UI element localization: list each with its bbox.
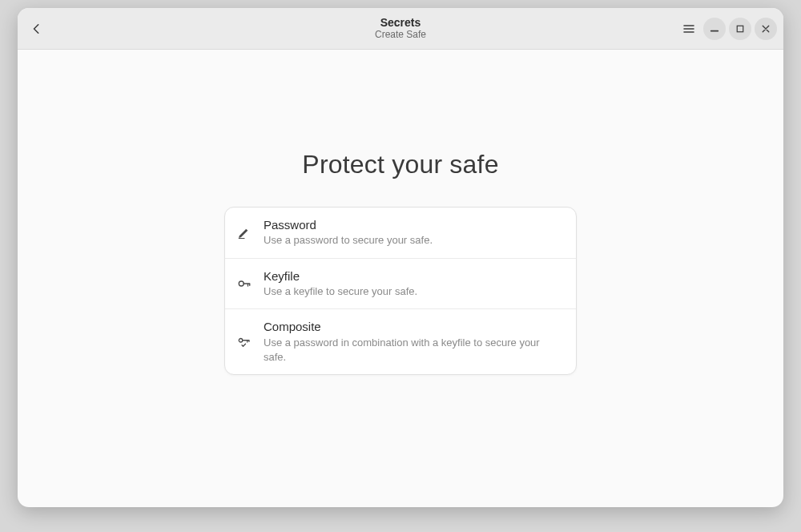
- option-keyfile-desc: Use a keyfile to secure your safe.: [264, 284, 565, 299]
- close-button[interactable]: [755, 18, 777, 40]
- menu-button[interactable]: [678, 18, 700, 40]
- composite-icon: [236, 334, 252, 350]
- page-heading: Protect your safe: [302, 150, 498, 179]
- option-composite[interactable]: Composite Use a password in combination …: [225, 308, 576, 374]
- chevron-left-icon: [31, 23, 42, 34]
- svg-point-2: [239, 338, 243, 342]
- minimize-button[interactable]: [703, 18, 726, 40]
- maximize-button[interactable]: [729, 18, 751, 40]
- headerbar-right: [678, 18, 777, 40]
- protection-option-list: Password Use a password to secure your s…: [224, 207, 577, 375]
- option-composite-desc: Use a password in combination with a key…: [264, 336, 565, 365]
- headerbar-left: [24, 16, 50, 42]
- svg-rect-0: [737, 26, 743, 32]
- maximize-icon: [735, 24, 745, 34]
- close-icon: [761, 24, 771, 34]
- key-icon: [236, 276, 252, 292]
- option-composite-title: Composite: [264, 319, 565, 335]
- option-password-title: Password: [264, 217, 565, 233]
- option-composite-text: Composite Use a password in combination …: [264, 319, 565, 365]
- headerbar-center: Secrets Create Safe: [18, 16, 783, 41]
- pencil-icon: [236, 224, 252, 240]
- main-content: Protect your safe Password Use a passwor…: [18, 50, 783, 507]
- option-password[interactable]: Password Use a password to secure your s…: [225, 208, 576, 258]
- option-password-text: Password Use a password to secure your s…: [264, 217, 565, 248]
- window-subtitle: Create Safe: [18, 30, 783, 41]
- back-button[interactable]: [24, 16, 50, 42]
- hamburger-icon: [682, 22, 695, 35]
- headerbar: Secrets Create Safe: [18, 8, 783, 50]
- option-keyfile[interactable]: Keyfile Use a keyfile to secure your saf…: [225, 258, 576, 309]
- option-keyfile-text: Keyfile Use a keyfile to secure your saf…: [264, 268, 565, 300]
- app-window: Secrets Create Safe: [18, 8, 783, 507]
- option-keyfile-title: Keyfile: [264, 268, 565, 284]
- window-title: Secrets: [18, 16, 783, 29]
- svg-point-1: [239, 281, 244, 286]
- option-password-desc: Use a password to secure your safe.: [264, 233, 565, 248]
- minimize-icon: [709, 23, 720, 34]
